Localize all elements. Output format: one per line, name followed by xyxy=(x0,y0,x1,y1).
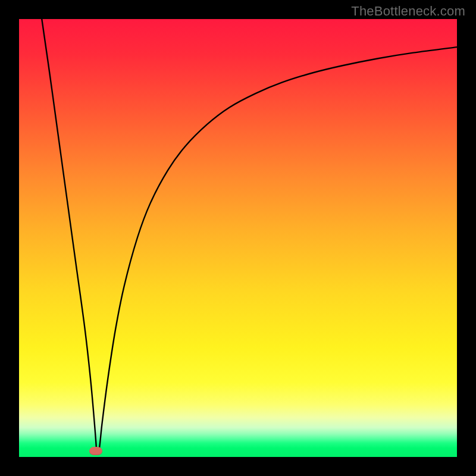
watermark-text: TheBottleneck.com xyxy=(351,4,465,19)
bottleneck-curve xyxy=(19,19,457,457)
minimum-marker xyxy=(89,447,102,455)
plot-area xyxy=(19,19,457,457)
chart-frame: TheBottleneck.com xyxy=(0,0,476,476)
